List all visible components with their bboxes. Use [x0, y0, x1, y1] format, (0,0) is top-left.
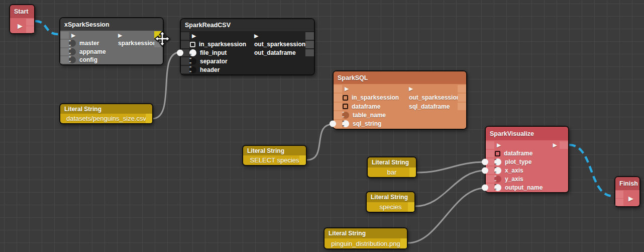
pin-label: sql_dataframe — [409, 103, 450, 110]
exec-out-icon[interactable]: ▶ — [118, 33, 122, 38]
node-xsparksession[interactable]: xSparkSession ▶ ▶ " " master sparksessio… — [59, 17, 164, 65]
wire-literal-bar-to-plot-type[interactable] — [417, 162, 485, 173]
pin-row: " " output_name — [486, 183, 568, 192]
input-pin-slot — [60, 56, 69, 63]
exec-out-pin[interactable] — [26, 19, 34, 33]
exec-in-icon[interactable]: ▶ — [628, 195, 633, 202]
exec-in-icon[interactable]: ▶ — [192, 33, 196, 39]
output-pin-slot[interactable] — [299, 155, 306, 165]
node-sparksql[interactable]: SparkSQL ▶ ▶ in_sparksession out_sparkse… — [333, 70, 467, 130]
literal-title[interactable]: Literal String — [243, 146, 306, 155]
input-pin-slot — [486, 175, 494, 183]
pin-label: separator — [200, 58, 228, 65]
node-title[interactable]: SparkVisualize — [486, 127, 568, 140]
literal-value[interactable]: bar — [368, 167, 416, 178]
pin-label: dataframe — [504, 150, 532, 157]
literal-title[interactable]: Literal String — [325, 228, 407, 238]
string-pin-icon-connected[interactable]: " " — [494, 167, 501, 174]
exec-in-icon[interactable]: ▶ — [71, 33, 75, 38]
exec-out-icon[interactable]: ▶ — [409, 86, 413, 92]
node-finish[interactable]: Finish ▶ — [614, 176, 640, 207]
pin-label: sql_string — [353, 120, 381, 127]
object-pin-icon[interactable] — [495, 151, 500, 156]
node-sparkreadcsv[interactable]: SparkReadCSV ▶ ▶ in_sparksession out_spa… — [180, 18, 315, 75]
literal-string-node[interactable]: Literal String species — [366, 191, 415, 213]
exec-row: ▶ ▶ — [486, 141, 568, 149]
literal-string-node[interactable]: Literal String pinguin_distribution.png — [324, 227, 408, 249]
string-pin-icon[interactable]: " " — [189, 66, 196, 73]
pin-label: plot_type — [505, 158, 531, 165]
pin-label: file_input — [200, 49, 227, 56]
input-pin-slot — [181, 66, 189, 73]
exec-out-icon[interactable]: ▶ — [553, 142, 557, 148]
wire-literal-species-to-x-axis[interactable] — [415, 171, 485, 206]
literal-value[interactable]: species — [367, 202, 414, 212]
output-pin-slot[interactable] — [305, 41, 314, 48]
node-title[interactable]: Start — [10, 5, 34, 18]
exec-in-slot — [334, 85, 342, 93]
exec-out-slot[interactable] — [458, 85, 466, 93]
input-pin-slot — [60, 48, 69, 55]
object-pin-icon[interactable] — [343, 95, 348, 101]
string-pin-icon[interactable]: " " — [342, 112, 349, 119]
wire-literal-select-to-sql-string[interactable] — [307, 124, 333, 160]
output-pin-slot[interactable] — [400, 238, 407, 248]
exec-in-pin[interactable] — [615, 191, 623, 206]
literal-string-node[interactable]: Literal String bar — [367, 156, 417, 178]
string-pin-icon-connected[interactable]: " " — [494, 184, 501, 191]
exec-out-icon[interactable]: ▶ — [254, 33, 258, 39]
exec-in-slot — [181, 32, 189, 40]
exec-out-slot[interactable] — [560, 141, 568, 149]
string-pin-icon-connected[interactable]: " " — [189, 49, 196, 56]
pin-label: x_axis — [505, 167, 523, 174]
literal-title[interactable]: Literal String — [367, 192, 414, 202]
string-pin-icon[interactable]: " " — [189, 58, 196, 65]
node-title-text: SparkSQL — [338, 74, 368, 81]
exec-out-icon[interactable]: ▶ — [18, 23, 23, 29]
node-title-text: Start — [14, 8, 28, 15]
string-pin-icon-connected[interactable]: " " — [494, 158, 501, 165]
output-pin-slot[interactable] — [409, 167, 416, 178]
node-title-text: xSparkSession — [64, 21, 110, 28]
literal-value[interactable]: pinguin_distribution.png — [325, 238, 407, 248]
literal-title[interactable]: Literal String — [368, 157, 416, 167]
node-graph-canvas[interactable]: Start ▶ xSparkSession ▶ ▶ " " master spa… — [0, 0, 644, 252]
output-pin-slot[interactable] — [146, 114, 152, 123]
object-pin-icon[interactable] — [343, 104, 348, 109]
wire-start-to-xsparksession[interactable] — [35, 21, 58, 34]
literal-value[interactable]: datasets/penguins_size.csv — [60, 114, 152, 123]
literal-string-node[interactable]: Literal String SELECT species — [242, 145, 307, 166]
node-sparkvisualize[interactable]: SparkVisualize ▶ ▶ dataframe " " plot_ty… — [485, 126, 569, 193]
exec-in-icon[interactable]: ▶ — [345, 86, 349, 92]
node-start[interactable]: Start ▶ — [9, 4, 35, 34]
string-pin-icon[interactable]: " " — [69, 56, 76, 63]
literal-title[interactable]: Literal String — [60, 104, 152, 114]
wire-literal-png-to-output-name[interactable] — [408, 188, 485, 243]
input-pin-slot — [486, 150, 494, 157]
exec-out-slot[interactable] — [305, 32, 314, 40]
literal-value[interactable]: SELECT species — [243, 155, 306, 165]
pin-label: out_dataframe — [254, 49, 296, 56]
pin-label: in_sparksession — [352, 94, 399, 101]
string-pin-icon[interactable]: " " — [69, 40, 76, 47]
output-pin-slot[interactable] — [458, 94, 466, 101]
pin-label: output_name — [505, 184, 543, 191]
output-pin-slot[interactable] — [305, 49, 314, 57]
exec-in-icon[interactable]: ▶ — [497, 142, 501, 148]
literal-string-node[interactable]: Literal String datasets/penguins_size.cs… — [59, 103, 153, 124]
node-title[interactable]: SparkSQL — [334, 71, 466, 84]
node-title[interactable]: SparkReadCSV — [181, 19, 314, 31]
exec-row: ▶ ▶ — [60, 31, 163, 39]
node-title[interactable]: Finish — [615, 177, 639, 190]
string-pin-icon-connected[interactable]: " " — [342, 120, 349, 127]
output-pin-slot[interactable] — [408, 202, 414, 212]
move-cursor-icon — [152, 29, 172, 49]
string-pin-icon[interactable]: " " — [494, 176, 501, 183]
object-pin-icon[interactable] — [190, 42, 195, 47]
string-pin-icon[interactable]: " " — [69, 48, 76, 55]
wire-sparkvisualize-to-finish[interactable] — [569, 145, 613, 196]
node-title[interactable]: xSparkSession — [60, 18, 163, 31]
node-title-text: Finish — [619, 180, 638, 187]
pin-row: " " appname — [60, 48, 163, 56]
output-pin-slot[interactable] — [458, 103, 466, 110]
